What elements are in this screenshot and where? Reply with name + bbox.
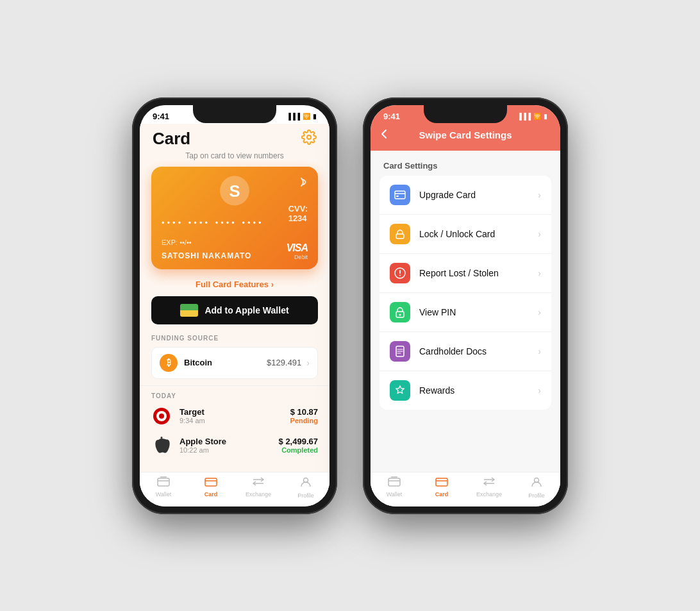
funding-chevron-icon: › [306, 358, 310, 368]
profile-nav-icon-2 [531, 476, 542, 491]
transaction-target[interactable]: Target 9:34 am $ 10.87 Pending [151, 406, 318, 426]
tx-info-target: Target 9:34 am [179, 407, 205, 424]
bitcoin-icon: ₿ [160, 354, 178, 372]
battery-icon: ▮ [313, 113, 317, 120]
status-time-1: 9:41 [153, 112, 169, 121]
card-visa: VISA Debit [287, 242, 308, 260]
view-pin-label: View PIN [419, 307, 456, 317]
transaction-apple[interactable]: Apple Store 10:22 am $ 2,499.67 Complete… [151, 435, 318, 456]
card-holder-name: SATOSHI NAKAMATO [162, 251, 251, 260]
settings-row-report[interactable]: Report Lost / Stolen › [379, 254, 551, 293]
phone1-content: Card Tap on card to view numbers [140, 124, 329, 497]
settings-row-pin[interactable]: View PIN › [379, 293, 551, 332]
nav2-label-wallet: Wallet [387, 491, 403, 498]
tx-info-apple: Apple Store 10:22 am [179, 437, 226, 454]
nav2-item-profile[interactable]: Profile [513, 476, 560, 499]
phone2-bg: Card Settings Upgrade Card › [371, 151, 560, 506]
cardholder-docs-icon [390, 341, 410, 362]
svg-rect-10 [396, 196, 399, 197]
lock-chevron-icon: › [538, 229, 541, 239]
svg-rect-9 [395, 191, 405, 199]
funding-right: $129.491 › [267, 358, 310, 368]
phone-2-screen: 9:41 ▐▐▐ 🛜 ▮ Swipe Card Settings Card Se… [371, 105, 560, 506]
nav-item-exchange[interactable]: Exchange [235, 476, 282, 499]
settings-left-upgrade: Upgrade Card [390, 185, 476, 205]
funding-label: FUNDING SOURCE [151, 335, 318, 342]
nav-label-exchange: Exchange [246, 491, 271, 498]
bottom-nav-2: Wallet Card Exchange Profile [371, 472, 560, 506]
today-label: TODAY [151, 392, 318, 399]
signal-icon: ▐▐▐ [287, 113, 300, 120]
report-lost-label: Report Lost / Stolen [419, 268, 499, 278]
tx-amount-apple: $ 2,499.67 [279, 437, 318, 446]
cardholder-docs-label: Cardholder Docs [419, 346, 487, 356]
funding-left: ₿ Bitcoin [160, 354, 212, 372]
apple-wallet-button[interactable]: Add to Apple Wallet [151, 296, 318, 324]
full-features-anchor[interactable]: Full Card Features › [196, 280, 274, 289]
settings-left-docs: Cardholder Docs [390, 341, 487, 362]
status-icons-1: ▐▐▐ 🛜 ▮ [287, 113, 317, 120]
profile-nav-icon [300, 476, 312, 491]
nav-label-wallet: Wallet [156, 491, 172, 498]
svg-rect-18 [436, 478, 447, 486]
nav-item-wallet[interactable]: Wallet [140, 476, 187, 499]
credit-card[interactable]: S CVV: 1234 [151, 167, 318, 269]
nav-item-profile[interactable]: Profile [282, 476, 329, 499]
settings-gear-icon[interactable] [301, 130, 317, 147]
phone-1: 9:41 ▐▐▐ 🛜 ▮ Card [132, 97, 337, 514]
svg-rect-11 [396, 234, 404, 239]
settings-row-upgrade[interactable]: Upgrade Card › [379, 176, 551, 215]
tx-time-apple: 10:22 am [179, 446, 226, 454]
pin-chevron-icon: › [538, 307, 541, 317]
svg-text:S: S [229, 182, 240, 200]
funding-row[interactable]: ₿ Bitcoin $129.491 › [151, 347, 318, 379]
settings-row-lock[interactable]: Lock / Unlock Card › [379, 215, 551, 254]
today-section: TODAY Target [140, 392, 329, 456]
upgrade-chevron-icon: › [538, 190, 541, 200]
nav-label-card: Card [204, 491, 218, 498]
tx-status-target: Pending [290, 417, 318, 424]
settings-left-pin: View PIN [390, 302, 456, 322]
notch-2 [424, 105, 507, 123]
full-features-link[interactable]: Full Card Features › [140, 278, 329, 290]
settings-row-docs[interactable]: Cardholder Docs › [379, 332, 551, 371]
card-number: •••• •••• •••• •••• [162, 218, 264, 228]
nav-spacer-2 [371, 410, 560, 461]
settings-row-rewards[interactable]: Rewards › [379, 371, 551, 410]
report-chevron-icon: › [538, 268, 541, 278]
tx-amount-target: $ 10.87 [290, 407, 318, 417]
bottom-nav-1: Wallet Card Exchange Profile [140, 472, 329, 506]
card-nav-icon [204, 476, 217, 490]
tx-right-target: $ 10.87 Pending [290, 407, 318, 424]
svg-point-13 [399, 274, 401, 276]
exchange-nav-icon [252, 476, 265, 490]
notch-1 [193, 105, 276, 123]
tx-right-apple: $ 2,499.67 Completed [279, 437, 318, 454]
card-exp: EXP: ••/•• [162, 239, 192, 246]
wallet-card-icon [180, 304, 198, 317]
tx-left-apple: Apple Store 10:22 am [151, 435, 226, 456]
lock-card-label: Lock / Unlock Card [419, 229, 495, 239]
phone2-content: Card Settings Upgrade Card › [371, 151, 560, 506]
funding-amount: $129.491 [267, 358, 301, 367]
settings-section-label: Card Settings [371, 151, 560, 176]
tap-hint: Tap on card to view numbers [140, 151, 329, 160]
nav2-item-card[interactable]: Card [418, 476, 465, 499]
report-lost-icon [390, 263, 410, 283]
battery-icon-2: ▮ [544, 113, 547, 120]
rewards-chevron-icon: › [538, 385, 541, 396]
nav-item-card[interactable]: Card [187, 476, 235, 499]
phone2-header: Swipe Card Settings [371, 124, 560, 151]
nav2-item-wallet[interactable]: Wallet [371, 476, 418, 499]
nav-label-profile: Profile [297, 492, 314, 499]
back-button[interactable] [381, 129, 387, 142]
card-container[interactable]: S CVV: 1234 [140, 167, 329, 269]
tx-name-target: Target [179, 407, 205, 417]
view-pin-icon [390, 302, 410, 322]
phone1-header: Card [140, 124, 329, 151]
nav2-item-exchange[interactable]: Exchange [465, 476, 513, 499]
wifi-icon-2: 🛜 [533, 113, 541, 120]
phone1-bg: Card Tap on card to view numbers [140, 124, 329, 497]
rewards-label: Rewards [419, 385, 454, 396]
settings-left-report: Report Lost / Stolen [390, 263, 499, 283]
